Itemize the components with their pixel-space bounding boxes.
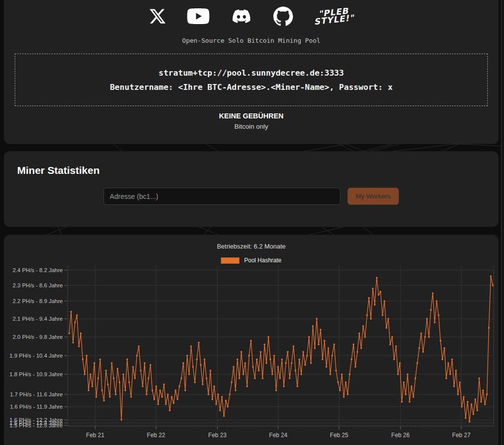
pool-subtitle: Open-Source Solo Bitcoin Mining Pool <box>4 37 499 44</box>
github-icon[interactable] <box>273 6 293 26</box>
uptime-label: Betriebszeit: 6.2 Monate <box>4 235 499 250</box>
discord-icon[interactable] <box>230 7 253 25</box>
address-form: My Workers <box>4 188 499 205</box>
svg-text:Feb 24: Feb 24 <box>269 432 288 439</box>
svg-text:2.3 PH/s - 8.6 Jahre: 2.3 PH/s - 8.6 Jahre <box>13 282 63 288</box>
svg-text:2.1 PH/s - 9.4 Jahre: 2.1 PH/s - 9.4 Jahre <box>13 316 63 322</box>
svg-text:1.8 PH/s - 10.9 Jahre: 1.8 PH/s - 10.9 Jahre <box>9 371 63 377</box>
address-input[interactable] <box>104 188 341 205</box>
svg-text:2.0 PH/s - 9.8 Jahre: 2.0 PH/s - 9.8 Jahre <box>13 334 63 340</box>
legend-swatch <box>221 257 239 264</box>
svg-text:Feb 25: Feb 25 <box>330 432 348 439</box>
hashrate-chart-panel: Betriebszeit: 6.2 Monate Pool Hashrate 2… <box>4 235 499 445</box>
hashrate-chart[interactable]: 2.4 PH/s - 8.2 Jahre2.3 PH/s - 8.6 Jahre… <box>4 235 498 445</box>
page: "PLEB STYLE!" Open-Source Solo Bitcoin M… <box>4 0 499 445</box>
chart-legend[interactable]: Pool Hashrate <box>4 257 499 264</box>
social-icons-row: "PLEB STYLE!" <box>4 0 499 28</box>
scrollbar[interactable] <box>501 0 504 445</box>
bitcoin-only-label: Bitcoin only <box>4 123 499 130</box>
my-workers-button[interactable]: My Workers <box>347 188 399 205</box>
youtube-icon[interactable] <box>187 8 210 25</box>
miner-stats-title: Miner Statistiken <box>4 151 499 176</box>
legend-label: Pool Hashrate <box>244 257 281 264</box>
svg-text:Feb 21: Feb 21 <box>86 432 105 439</box>
svg-text:1.7 PH/s - 11.6 Jahre: 1.7 PH/s - 11.6 Jahre <box>10 391 63 397</box>
svg-text:1.5 PH/s - 12.5 Jahre: 1.5 PH/s - 12.5 Jahre <box>9 422 63 428</box>
credentials-line: Benutzername: <Ihre BTC-Adresse>.<Miner-… <box>110 83 393 92</box>
plebstyle-logo-text: "PLEB STYLE!" <box>313 7 355 26</box>
svg-text:Feb 27: Feb 27 <box>452 432 471 439</box>
header-panel: "PLEB STYLE!" Open-Source Solo Bitcoin M… <box>4 0 499 144</box>
svg-text:1.6 PH/s - 11.9 Jahre: 1.6 PH/s - 11.9 Jahre <box>10 404 63 410</box>
svg-text:Feb 26: Feb 26 <box>391 432 410 439</box>
svg-text:Feb 22: Feb 22 <box>147 432 165 439</box>
svg-text:2.2 PH/s - 8.9 Jahre: 2.2 PH/s - 8.9 Jahre <box>13 298 63 304</box>
miner-stats-panel: Miner Statistiken My Workers <box>4 151 499 227</box>
fees-label: KEINE GEBÜHREN <box>4 112 499 120</box>
plebstyle-logo-icon[interactable]: "PLEB STYLE!" <box>314 9 354 24</box>
svg-text:1.9 PH/s - 10.4 Jahre: 1.9 PH/s - 10.4 Jahre <box>9 353 63 359</box>
svg-text:Feb 23: Feb 23 <box>208 432 227 439</box>
connection-info-box: stratum+tcp://pool.sunnydecree.de:3333 B… <box>15 54 488 106</box>
stratum-url: stratum+tcp://pool.sunnydecree.de:3333 <box>159 68 344 78</box>
svg-text:2.4 PH/s - 8.2 Jahre: 2.4 PH/s - 8.2 Jahre <box>13 267 63 273</box>
x-twitter-icon[interactable] <box>149 7 166 25</box>
